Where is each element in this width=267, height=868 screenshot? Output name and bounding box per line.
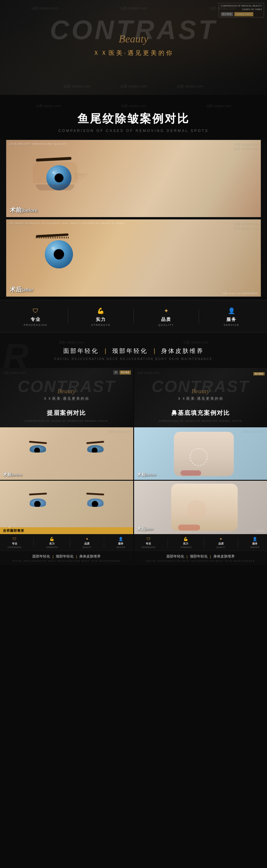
two-col-section: 术 医疗美容 仙图 xianpic.com CONTRAST Beauty ＸＸ… (0, 368, 267, 565)
top-header: 仙图 xianpic.com 仙图 xianpic.com 仙图 xianpic… (0, 0, 267, 95)
services-section: R 仙图 xianpic.com 仙图 xianpic.com 面部年轻化 | … (0, 333, 267, 368)
face-after (27, 487, 107, 528)
before-after-section: LOVE,BEAUTY SERVICE AND QUALITY 仙图 xianp… (0, 140, 267, 297)
col-left-shield-icon: 🛡 (12, 537, 16, 541)
feature-bar: 🛡 专业 PROFESSION 💪 实力 STRENGTH ✦ 品质 QUALI… (0, 300, 267, 333)
col-right-after-label: 术后|after (137, 526, 153, 532)
col-left-slogan: ＸＸ医美·遇见更美的你 (43, 396, 90, 401)
comparison-badge: COMPARISON OF MEDICAL BEAUTY CASES OF YI… (219, 3, 264, 18)
services-title-row: 面部年轻化 | 颈部年轻化 | 身体皮肤维养 (9, 347, 258, 355)
col-left-feature-4: 👤 服务 SERVICE (116, 537, 125, 548)
service-2: 颈部年轻化 (112, 347, 148, 355)
col-right: 医疗美容 仙图 xianpic.com CONTRAST Beauty ＸＸ医美… (134, 368, 267, 565)
col-left-badge2: 术 (113, 370, 118, 375)
beauty-script-text: Beauty (119, 33, 148, 45)
col-right-badge: 医疗美容 (254, 372, 265, 375)
watermark-1: 仙图 xianpic.com (31, 6, 58, 11)
col-right-shield-icon: 🛡 (147, 537, 150, 541)
city-label: GUANG ZHOU (234, 12, 254, 16)
col-right-feature-1: 🛡 专业 PROFESSION (142, 537, 155, 548)
col-right-feature-bar: 🛡 专业 PROFESSION 💪 实力 STRENGTH ✦ 品质 QUALI… (134, 534, 267, 551)
col-right-quality-icon: ✦ (219, 537, 222, 541)
col-left-title-en: COMPARISON OF CASES OF REMOVING DERMAL S… (25, 420, 108, 422)
sep-1: | (105, 347, 106, 354)
feature-cn-3: 品质 (161, 317, 171, 322)
col-right-before-img: 术前|before 仙图 xianpic.com (134, 427, 267, 481)
yellow-banner: 吉祥颜部整形 (0, 527, 133, 534)
feature-cn-4: 服务 (226, 317, 236, 322)
watermark-row-bottom: 仙图 xianpic.com 仙图 xianpic.com 仙图 xianpic… (63, 84, 204, 89)
feature-professional: 🛡 专业 PROFESSION (3, 306, 68, 327)
col-left-feature-bar: 🛡 专业 PROFESSION 💪 实力 STRENGTH ✦ 品质 QUALI… (0, 534, 133, 551)
nose-circle (190, 448, 208, 466)
eyebrow (36, 157, 71, 162)
face-before (27, 433, 107, 475)
col-right-feature-4: 👤 服务 SERVICE (250, 537, 260, 548)
strength-icon: 💪 (96, 306, 106, 315)
col-left-feature-2: 💪 实力 STRENGTH (46, 537, 58, 548)
feature-service: 👤 服务 SERVICE (199, 306, 264, 327)
col-left-service-icon: 👤 (118, 537, 123, 541)
service-3: 身体皮肤维养 (161, 347, 204, 355)
main-title-en: COMPARISON OF CASES OF REMOVING DERMAL S… (6, 129, 261, 133)
col-left-feature-1: 🛡 专业 PROFESSION (8, 537, 21, 548)
wrinkle-lines (75, 173, 89, 180)
col-right-title-en: COMPARISON OF CASES OF REMOVING DERMAL S… (159, 420, 242, 422)
col-left-after-img: 术后Kl|after 吉祥颜部整形 (0, 481, 133, 534)
watermarks-mid: 仙图 xianpic.com 仙图 xianpic.com 仙图 xianpic… (6, 104, 261, 108)
col-right-feature-3: ✦ 品质 QUALITY (216, 537, 226, 548)
service-1: 面部年轻化 (63, 347, 99, 355)
before-image-container: LOVE,BEAUTY SERVICE AND QUALITY 仙图 xianp… (6, 140, 261, 217)
col-left-bottom-services: 面部年轻化 | 颈部年轻化 | 身体皮肤维养 FACIAL REJUVENATI… (0, 551, 133, 565)
col-left-title-cn: 提眉案例对比 (47, 409, 86, 417)
col-left-header: 术 医疗美容 仙图 xianpic.com CONTRAST Beauty ＸＸ… (0, 368, 133, 427)
watermark-2: 仙图 xianpic.com (120, 6, 147, 11)
col-right-before-label: 术前|before (137, 472, 156, 477)
shield-icon: 🛡 (31, 306, 40, 315)
location-label: 医疗美容 (221, 12, 233, 16)
service-icon: 👤 (227, 306, 236, 315)
col-right-after-img: 术后|after 术后效果 (134, 481, 267, 534)
col-left-before-label: 术前|before (3, 472, 22, 477)
col-right-strength-icon: 💪 (183, 537, 188, 541)
col-right-slogan: ＸＸ医美·遇见更美的你 (177, 396, 224, 401)
col-right-beauty-script: Beauty (191, 387, 209, 395)
img-watermarks-right-after: 仙图 xianpic.com 仙图 xianpic.com (234, 222, 258, 231)
feature-en-3: QUALITY (158, 323, 174, 327)
before-image: LOVE,BEAUTY SERVICE AND QUALITY 仙图 xianp… (6, 140, 261, 217)
col-left-badge: 医疗美容 (120, 370, 131, 375)
after-image-container: THE MOOD OF BEAUTY IS COLORFUL,REAL BEAU… (6, 219, 261, 297)
col-right-header: 医疗美容 仙图 xianpic.com CONTRAST Beauty ＸＸ医美… (134, 368, 267, 427)
slogan-cn: ＸＸ医美·遇见更美的你 (93, 49, 174, 57)
col-right-bottom-services: 面部年轻化 | 颈部年轻化 | 身体皮肤维养 FACIAL REJUVENATI… (134, 551, 267, 565)
img-watermarks-right: 仙图 xianpic.com 仙图 xianpic.com (234, 142, 258, 151)
services-watermarks: 仙图 xianpic.com 仙图 xianpic.com (9, 340, 258, 345)
img-watermarks-left: 仙图 xianpic.com (9, 142, 33, 147)
pupil (55, 174, 63, 182)
services-title-en: FACIAL REJUVENATION NECK REJUVENATION BO… (9, 357, 258, 361)
main-title-cn: 鱼尾纹除皱案例对比 (6, 111, 261, 126)
feature-en-2: STRENGTH (91, 323, 111, 327)
feature-en-1: PROFESSION (24, 323, 47, 327)
iris-after (45, 240, 73, 268)
feature-en-4: SERVICE (224, 323, 239, 327)
col-right-service-icon: 👤 (253, 537, 257, 541)
eye-region-after (30, 234, 89, 276)
feature-strength: 💪 实力 STRENGTH (68, 306, 133, 327)
feature-quality: ✦ 品质 QUALITY (134, 306, 199, 327)
col-left-feature-3: ✦ 品质 QUALITY (83, 537, 91, 548)
col-right-feature-2: 💪 实力 STRENGTH (180, 537, 191, 548)
col-right-title-cn: 鼻基底填充案例对比 (171, 409, 230, 417)
col-left-before-img: 术前|before 仙图 xianpic.com (0, 427, 133, 481)
feature-cn-1: 专业 (31, 317, 41, 322)
img-watermarks-left-after: 仙图 xianpic.com (9, 222, 33, 226)
quality-icon: ✦ (161, 306, 171, 315)
feature-cn-2: 实力 (96, 317, 106, 322)
before-label: 术前|before (10, 206, 37, 214)
sep-2: | (154, 347, 155, 354)
after-image: THE MOOD OF BEAUTY IS COLORFUL,REAL BEAU… (6, 219, 261, 297)
after-label: 术后|after (10, 286, 33, 293)
col-left-strength-icon: 💪 (50, 537, 54, 541)
title-section: 仙图 xianpic.com 仙图 xianpic.com 仙图 xianpic… (0, 95, 267, 140)
col-left: 术 医疗美容 仙图 xianpic.com CONTRAST Beauty ＸＸ… (0, 368, 134, 565)
